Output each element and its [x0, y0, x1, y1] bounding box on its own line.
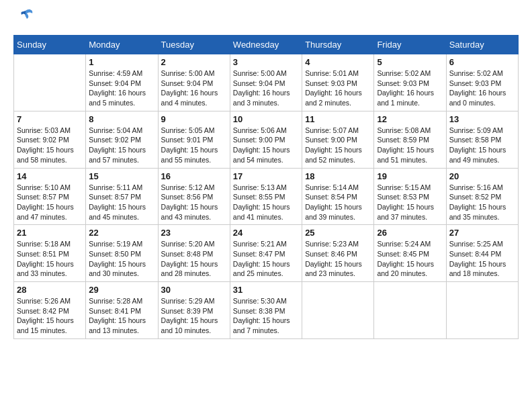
calendar-cell: 7 Sunrise: 5:03 AMSunset: 9:02 PMDayligh… [14, 111, 86, 168]
day-number: 12 [377, 114, 443, 124]
calendar-cell: 19 Sunrise: 5:15 AMSunset: 8:53 PMDaylig… [374, 168, 446, 225]
day-info: Sunrise: 5:08 AMSunset: 8:59 PMDaylight:… [377, 126, 443, 165]
header-day: Saturday [446, 36, 518, 54]
header-day: Wednesday [230, 36, 302, 54]
day-number: 10 [233, 114, 299, 124]
day-number: 5 [377, 57, 443, 67]
calendar-cell: 26 Sunrise: 5:24 AMSunset: 8:45 PMDaylig… [374, 225, 446, 282]
day-number: 24 [233, 228, 299, 238]
day-info: Sunrise: 5:16 AMSunset: 8:52 PMDaylight:… [449, 183, 515, 222]
calendar-cell: 13 Sunrise: 5:09 AMSunset: 8:58 PMDaylig… [446, 111, 518, 168]
day-number: 18 [305, 171, 371, 181]
calendar-cell: 24 Sunrise: 5:21 AMSunset: 8:47 PMDaylig… [230, 225, 302, 282]
day-number: 13 [449, 114, 515, 124]
day-info: Sunrise: 5:01 AMSunset: 9:03 PMDaylight:… [305, 68, 371, 108]
day-number: 15 [89, 171, 154, 181]
day-info: Sunrise: 5:23 AMSunset: 8:46 PMDaylight:… [305, 239, 371, 279]
calendar-cell: 1 Sunrise: 4:59 AMSunset: 9:04 PMDayligh… [86, 54, 158, 111]
day-number: 27 [449, 228, 515, 238]
day-info: Sunrise: 5:10 AMSunset: 8:57 PMDaylight:… [17, 183, 83, 222]
day-number: 22 [89, 228, 154, 238]
day-number: 7 [17, 114, 83, 124]
calendar-table: SundayMondayTuesdayWednesdayThursdayFrid… [13, 35, 519, 339]
week-row: 14 Sunrise: 5:10 AMSunset: 8:57 PMDaylig… [14, 168, 519, 225]
day-info: Sunrise: 5:15 AMSunset: 8:53 PMDaylight:… [377, 183, 443, 222]
header-day: Thursday [302, 36, 374, 54]
day-info: Sunrise: 5:26 AMSunset: 8:42 PMDaylight:… [17, 296, 83, 336]
calendar-cell: 15 Sunrise: 5:11 AMSunset: 8:57 PMDaylig… [86, 168, 158, 225]
day-number: 30 [161, 285, 227, 295]
day-number: 20 [449, 171, 515, 181]
day-number: 2 [161, 57, 227, 67]
day-number: 16 [161, 171, 227, 181]
calendar-cell [302, 282, 374, 339]
page-header [13, 13, 519, 28]
day-info: Sunrise: 5:00 AMSunset: 9:04 PMDaylight:… [233, 68, 299, 108]
calendar-cell: 31 Sunrise: 5:30 AMSunset: 8:38 PMDaylig… [230, 282, 302, 339]
day-number: 3 [233, 57, 299, 67]
logo-bird-icon [16, 7, 35, 26]
calendar-cell: 25 Sunrise: 5:23 AMSunset: 8:46 PMDaylig… [302, 225, 374, 282]
day-number: 1 [89, 57, 154, 67]
calendar-cell [374, 282, 446, 339]
calendar-cell: 8 Sunrise: 5:04 AMSunset: 9:02 PMDayligh… [86, 111, 158, 168]
day-number: 21 [17, 228, 83, 238]
logo [13, 13, 35, 28]
day-number: 9 [161, 114, 227, 124]
week-row: 28 Sunrise: 5:26 AMSunset: 8:42 PMDaylig… [14, 282, 519, 339]
day-info: Sunrise: 5:14 AMSunset: 8:54 PMDaylight:… [305, 183, 371, 222]
day-info: Sunrise: 5:04 AMSunset: 9:02 PMDaylight:… [89, 126, 154, 165]
calendar-cell: 5 Sunrise: 5:02 AMSunset: 9:03 PMDayligh… [374, 54, 446, 111]
header-day: Tuesday [158, 36, 230, 54]
day-number: 4 [305, 57, 371, 67]
day-info: Sunrise: 5:00 AMSunset: 9:04 PMDaylight:… [161, 68, 227, 108]
calendar-cell: 22 Sunrise: 5:19 AMSunset: 8:50 PMDaylig… [86, 225, 158, 282]
day-number: 8 [89, 114, 154, 124]
calendar-cell [14, 54, 86, 111]
week-row: 7 Sunrise: 5:03 AMSunset: 9:02 PMDayligh… [14, 111, 519, 168]
header-day: Friday [374, 36, 446, 54]
day-info: Sunrise: 5:24 AMSunset: 8:45 PMDaylight:… [377, 239, 443, 279]
day-info: Sunrise: 5:25 AMSunset: 8:44 PMDaylight:… [449, 239, 515, 279]
calendar-cell: 6 Sunrise: 5:02 AMSunset: 9:03 PMDayligh… [446, 54, 518, 111]
day-info: Sunrise: 5:20 AMSunset: 8:48 PMDaylight:… [161, 239, 227, 279]
day-info: Sunrise: 5:29 AMSunset: 8:39 PMDaylight:… [161, 296, 227, 336]
calendar-cell: 3 Sunrise: 5:00 AMSunset: 9:04 PMDayligh… [230, 54, 302, 111]
day-info: Sunrise: 5:09 AMSunset: 8:58 PMDaylight:… [449, 126, 515, 165]
calendar-cell: 9 Sunrise: 5:05 AMSunset: 9:01 PMDayligh… [158, 111, 230, 168]
day-number: 23 [161, 228, 227, 238]
day-number: 19 [377, 171, 443, 181]
calendar-cell: 29 Sunrise: 5:28 AMSunset: 8:41 PMDaylig… [86, 282, 158, 339]
calendar-cell: 27 Sunrise: 5:25 AMSunset: 8:44 PMDaylig… [446, 225, 518, 282]
header-row: SundayMondayTuesdayWednesdayThursdayFrid… [14, 36, 519, 54]
week-row: 21 Sunrise: 5:18 AMSunset: 8:51 PMDaylig… [14, 225, 519, 282]
day-number: 6 [449, 57, 515, 67]
day-info: Sunrise: 5:03 AMSunset: 9:02 PMDaylight:… [17, 126, 83, 165]
week-row: 1 Sunrise: 4:59 AMSunset: 9:04 PMDayligh… [14, 54, 519, 111]
day-number: 11 [305, 114, 371, 124]
header-day: Monday [86, 36, 158, 54]
day-number: 17 [233, 171, 299, 181]
day-number: 25 [305, 228, 371, 238]
day-number: 29 [89, 285, 154, 295]
day-info: Sunrise: 5:13 AMSunset: 8:55 PMDaylight:… [233, 183, 299, 222]
day-info: Sunrise: 5:05 AMSunset: 9:01 PMDaylight:… [161, 126, 227, 165]
day-number: 14 [17, 171, 83, 181]
calendar-cell: 30 Sunrise: 5:29 AMSunset: 8:39 PMDaylig… [158, 282, 230, 339]
day-info: Sunrise: 5:02 AMSunset: 9:03 PMDaylight:… [449, 68, 515, 108]
day-info: Sunrise: 5:06 AMSunset: 9:00 PMDaylight:… [233, 126, 299, 165]
day-info: Sunrise: 5:18 AMSunset: 8:51 PMDaylight:… [17, 239, 83, 279]
day-info: Sunrise: 5:30 AMSunset: 8:38 PMDaylight:… [233, 296, 299, 336]
calendar-cell: 10 Sunrise: 5:06 AMSunset: 9:00 PMDaylig… [230, 111, 302, 168]
day-info: Sunrise: 5:07 AMSunset: 9:00 PMDaylight:… [305, 126, 371, 165]
calendar-cell: 2 Sunrise: 5:00 AMSunset: 9:04 PMDayligh… [158, 54, 230, 111]
day-number: 26 [377, 228, 443, 238]
calendar-cell [446, 282, 518, 339]
header-day: Sunday [14, 36, 86, 54]
day-info: Sunrise: 5:12 AMSunset: 8:56 PMDaylight:… [161, 183, 227, 222]
day-number: 31 [233, 285, 299, 295]
day-number: 28 [17, 285, 83, 295]
day-info: Sunrise: 5:11 AMSunset: 8:57 PMDaylight:… [89, 183, 154, 222]
calendar-cell: 20 Sunrise: 5:16 AMSunset: 8:52 PMDaylig… [446, 168, 518, 225]
calendar-cell: 14 Sunrise: 5:10 AMSunset: 8:57 PMDaylig… [14, 168, 86, 225]
